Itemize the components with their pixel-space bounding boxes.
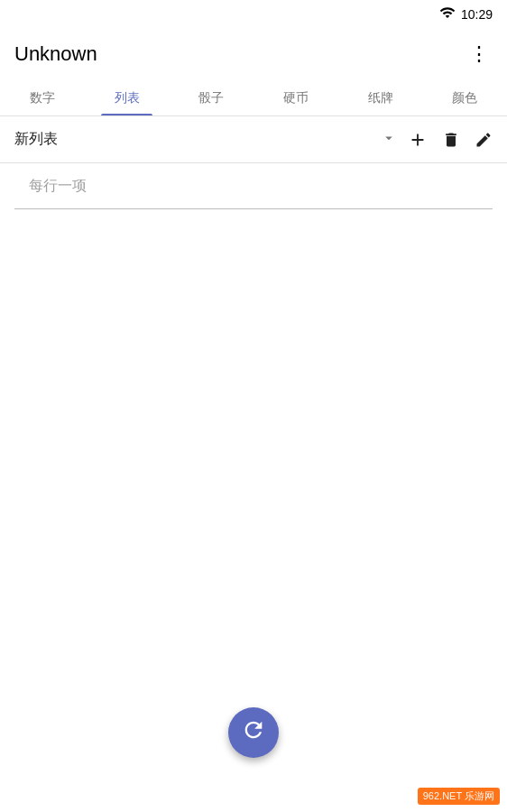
app-bar: Unknown ⋮ (0, 29, 507, 79)
tab-dice[interactable]: 骰子 (169, 79, 254, 115)
watermark: 962.NET 乐游网 (418, 788, 500, 805)
tab-bar: 数字 列表 骰子 硬币 纸牌 颜色 (0, 79, 507, 116)
status-time: 10:29 (461, 7, 493, 22)
tab-numbers[interactable]: 数字 (0, 79, 85, 115)
tab-coin-label: 硬币 (283, 90, 309, 106)
status-bar: 10:29 (0, 0, 507, 29)
delete-button[interactable] (442, 131, 460, 149)
tab-color-label: 颜色 (452, 90, 477, 106)
tab-coin[interactable]: 硬币 (254, 79, 338, 115)
tab-list[interactable]: 列表 (85, 79, 170, 115)
toolbar-actions (408, 130, 493, 150)
app-title: Unknown (14, 42, 97, 66)
tab-color[interactable]: 颜色 (422, 79, 507, 115)
tab-cards[interactable]: 纸牌 (338, 79, 423, 115)
item-input[interactable] (29, 174, 478, 198)
input-area (14, 163, 493, 209)
tab-list-label: 列表 (115, 90, 140, 106)
edit-button[interactable] (475, 131, 493, 149)
tab-numbers-label: 数字 (30, 90, 55, 106)
tab-cards-label: 纸牌 (368, 90, 393, 106)
list-name-label: 新列表 (14, 130, 381, 149)
toolbar-row: 新列表 (0, 116, 507, 163)
refresh-fab[interactable] (228, 707, 279, 758)
dropdown-icon[interactable] (381, 130, 397, 150)
more-options-button[interactable]: ⋮ (466, 39, 493, 69)
add-item-button[interactable] (408, 130, 428, 150)
tab-dice-label: 骰子 (198, 90, 224, 106)
wifi-icon (439, 5, 456, 24)
refresh-icon (241, 717, 266, 748)
